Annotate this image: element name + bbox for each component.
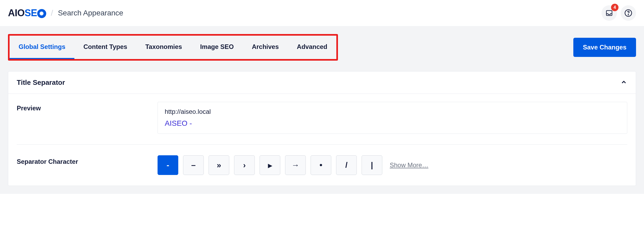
panel-title: Title Separator: [17, 78, 65, 87]
separator-option[interactable]: »: [209, 155, 229, 175]
separator-option[interactable]: •: [311, 155, 331, 175]
panel-body: Preview http://aiseo.local AISEO - Separ…: [8, 94, 636, 186]
preview-title-text: AISEO -: [165, 119, 620, 128]
preview-row: Preview http://aiseo.local AISEO -: [17, 102, 627, 134]
top-header: AIOSE✺ / Search Appearance 4: [0, 0, 644, 26]
divider: [17, 144, 627, 145]
header-left: AIOSE✺ / Search Appearance: [8, 7, 123, 19]
breadcrumb-separator: /: [51, 9, 53, 18]
separator-option[interactable]: |: [362, 155, 382, 175]
separator-content: -–»›▸→•/|Show More…: [158, 155, 627, 175]
show-more-link[interactable]: Show More…: [390, 161, 428, 169]
gear-icon: ✺: [39, 11, 44, 16]
title-separator-panel: Title Separator Preview http://aiseo.loc…: [8, 71, 636, 186]
separator-option[interactable]: –: [183, 155, 204, 175]
tab-image-seo[interactable]: Image SEO: [191, 36, 243, 59]
tabs-highlight-annotation: Global SettingsContent TypesTaxonomiesIm…: [8, 34, 338, 61]
save-changes-button[interactable]: Save Changes: [573, 38, 636, 57]
tab-taxonomies[interactable]: Taxonomies: [136, 36, 191, 59]
separator-buttons: -–»›▸→•/|Show More…: [158, 155, 627, 175]
chevron-up-icon: [620, 79, 627, 86]
collapse-toggle[interactable]: [620, 79, 627, 87]
tab-content-types[interactable]: Content Types: [74, 36, 136, 59]
help-button[interactable]: [621, 5, 636, 21]
panel-header[interactable]: Title Separator: [8, 72, 636, 94]
separator-row: Separator Character -–»›▸→•/|Show More…: [17, 155, 627, 175]
tab-global-settings[interactable]: Global Settings: [10, 36, 74, 59]
separator-option[interactable]: ›: [234, 155, 255, 175]
logo: AIOSE✺: [8, 7, 46, 19]
separator-option[interactable]: →: [285, 155, 306, 175]
tab-advanced[interactable]: Advanced: [288, 36, 336, 59]
header-right: 4: [601, 5, 636, 21]
separator-label: Separator Character: [17, 155, 150, 165]
preview-url: http://aiseo.local: [165, 108, 620, 115]
separator-option[interactable]: ▸: [260, 155, 280, 175]
inbox-icon: [605, 9, 613, 17]
tab-bar-row: Global SettingsContent TypesTaxonomiesIm…: [0, 26, 644, 61]
svg-point-2: [628, 14, 629, 15]
page-title: Search Appearance: [58, 9, 123, 17]
separator-option[interactable]: /: [336, 155, 357, 175]
main-area: Global SettingsContent TypesTaxonomiesIm…: [0, 26, 644, 194]
logo-text-aio: AIO: [8, 7, 25, 19]
tab-archives[interactable]: Archives: [243, 36, 288, 59]
preview-box: http://aiseo.local AISEO -: [158, 102, 627, 134]
tabs: Global SettingsContent TypesTaxonomiesIm…: [10, 36, 336, 59]
notification-badge: 4: [611, 4, 618, 11]
notifications-button[interactable]: 4: [601, 5, 617, 21]
separator-option[interactable]: -: [158, 155, 178, 175]
preview-content: http://aiseo.local AISEO -: [158, 102, 627, 134]
preview-label: Preview: [17, 102, 150, 112]
logo-o-icon: ✺: [37, 9, 46, 18]
logo-text-se: SE: [25, 7, 37, 19]
help-icon: [624, 9, 632, 17]
